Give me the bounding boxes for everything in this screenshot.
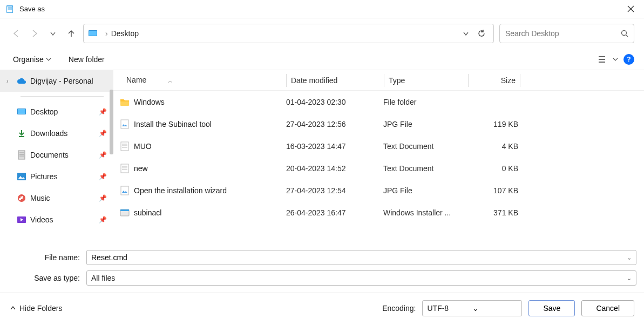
file-type: File folder [383, 98, 467, 106]
col-date[interactable]: Date modified [287, 76, 384, 85]
organise-menu[interactable]: Organise [10, 53, 55, 66]
back-button[interactable] [10, 27, 23, 40]
svg-rect-27 [121, 164, 128, 173]
file-type: Text Document [383, 142, 467, 151]
svg-rect-23 [121, 142, 128, 151]
col-size[interactable]: Size [469, 76, 520, 85]
cancel-button[interactable]: Cancel [581, 300, 634, 316]
file-date: 27-04-2023 12:54 [286, 186, 383, 195]
file-name: Windows [134, 98, 165, 106]
view-dropdown[interactable] [613, 57, 618, 62]
file-name: subinacl [134, 208, 161, 217]
desktop-icon [88, 29, 98, 38]
sidebar-item-documents[interactable]: Documents 📌 [0, 144, 113, 166]
col-type[interactable]: Type [384, 76, 468, 85]
encoding-select[interactable]: UTF-8 ⌄ [422, 300, 522, 316]
pictures-icon [16, 171, 27, 182]
titlebar: Save as [0, 0, 644, 18]
folder-icon [120, 97, 130, 107]
file-row[interactable]: Windows 01-04-2023 02:30 File folder [113, 91, 644, 113]
new-folder-button[interactable]: New folder [65, 53, 108, 66]
notepad-icon [5, 5, 14, 13]
breadcrumb-location[interactable]: Desktop [111, 29, 139, 38]
chevron-right-icon[interactable]: › [6, 78, 13, 84]
chevron-down-icon: ⌄ [472, 304, 518, 313]
file-pane: Name︿ Date modified Type Size Windows 01… [113, 70, 644, 243]
sidebar-item-label: Music [30, 194, 50, 202]
download-icon [16, 128, 27, 139]
sidebar-item-downloads[interactable]: Downloads 📌 [0, 123, 113, 144]
sidebar-item-videos[interactable]: Videos 📌 [0, 209, 113, 231]
file-row[interactable]: Install the Subinacl tool 27-04-2023 12:… [113, 113, 644, 135]
sort-indicator-icon: ︿ [168, 78, 173, 84]
forward-button[interactable] [28, 27, 41, 40]
file-size: 119 KB [467, 120, 518, 128]
up-button[interactable] [65, 27, 78, 40]
chevron-down-icon[interactable]: ⌄ [627, 254, 632, 261]
file-type: Text Document [383, 164, 467, 173]
filename-input[interactable] [91, 253, 627, 262]
sidebar-item-label: Pictures [30, 172, 58, 181]
hide-folders-button[interactable]: Hide Folders [10, 304, 62, 313]
image-file-icon [120, 186, 130, 195]
hide-folders-label: Hide Folders [19, 304, 62, 313]
file-name: new [134, 164, 148, 173]
col-name[interactable]: Name︿ [113, 76, 286, 85]
address-history-dropdown[interactable] [458, 30, 474, 37]
file-row[interactable]: MUO 16-03-2023 14:47 Text Document 4 KB [113, 135, 644, 157]
sidebar-item-desktop[interactable]: Desktop 📌 [0, 101, 113, 123]
window-title: Save as [19, 5, 45, 13]
file-row[interactable]: new 20-04-2023 14:52 Text Document 0 KB [113, 157, 644, 179]
address-bar[interactable]: › Desktop [83, 24, 494, 43]
sidebar-item-music[interactable]: Music 📌 [0, 187, 113, 209]
sidebar-item-onedrive[interactable]: › Digvijay - Personal [0, 70, 113, 92]
organise-label: Organise [13, 55, 44, 64]
svg-line-8 [626, 35, 628, 37]
pin-icon: 📌 [99, 108, 107, 116]
saveastype-value: All files [91, 274, 627, 282]
pin-icon: 📌 [99, 216, 107, 223]
svg-rect-13 [18, 109, 25, 114]
file-size: 371 KB [467, 208, 518, 217]
file-size: 4 KB [467, 142, 518, 151]
filename-label: File name: [8, 253, 82, 262]
view-options-button[interactable] [598, 55, 607, 64]
svg-rect-22 [121, 120, 128, 128]
music-icon [16, 193, 27, 204]
close-button[interactable] [623, 3, 639, 15]
sidebar-item-label: Documents [30, 151, 69, 159]
file-date: 26-04-2023 16:47 [286, 208, 383, 217]
sidebar-scrollbar[interactable] [110, 90, 113, 154]
filename-input-wrapper[interactable]: ⌄ [86, 250, 636, 265]
sidebar-item-label: Digvijay - Personal [30, 77, 93, 85]
nav-row: › Desktop [0, 18, 644, 49]
file-row[interactable]: Open the installation wizard 27-04-2023 … [113, 179, 644, 201]
file-size: 0 KB [467, 164, 518, 173]
saveastype-select[interactable]: All files ⌄ [86, 270, 636, 286]
file-type: JPG File [383, 120, 467, 128]
file-date: 27-04-2023 12:56 [286, 120, 383, 128]
pin-icon: 📌 [99, 194, 107, 202]
text-file-icon [120, 141, 130, 151]
svg-rect-15 [18, 151, 25, 159]
pin-icon: 📌 [99, 130, 107, 137]
save-button[interactable]: Save [528, 300, 575, 316]
sidebar-item-pictures[interactable]: Pictures 📌 [0, 166, 113, 187]
sidebar: › Digvijay - Personal Desktop 📌 Download… [0, 70, 113, 243]
svg-rect-33 [120, 209, 129, 211]
refresh-button[interactable] [474, 29, 489, 38]
column-header: Name︿ Date modified Type Size [113, 70, 644, 91]
videos-icon [16, 214, 27, 225]
chevron-down-icon: ⌄ [627, 275, 632, 282]
help-button[interactable]: ? [623, 54, 634, 65]
saveastype-label: Save as type: [8, 274, 82, 282]
search-box[interactable] [499, 24, 634, 43]
file-row[interactable]: subinacl 26-04-2023 16:47 Windows Instal… [113, 201, 644, 223]
file-type: JPG File [383, 186, 467, 195]
search-input[interactable] [505, 29, 621, 38]
recent-dropdown[interactable] [46, 27, 59, 40]
sidebar-separator [21, 96, 104, 97]
svg-rect-6 [89, 31, 97, 36]
new-folder-label: New folder [69, 55, 105, 64]
file-type: Windows Installer ... [383, 208, 467, 217]
